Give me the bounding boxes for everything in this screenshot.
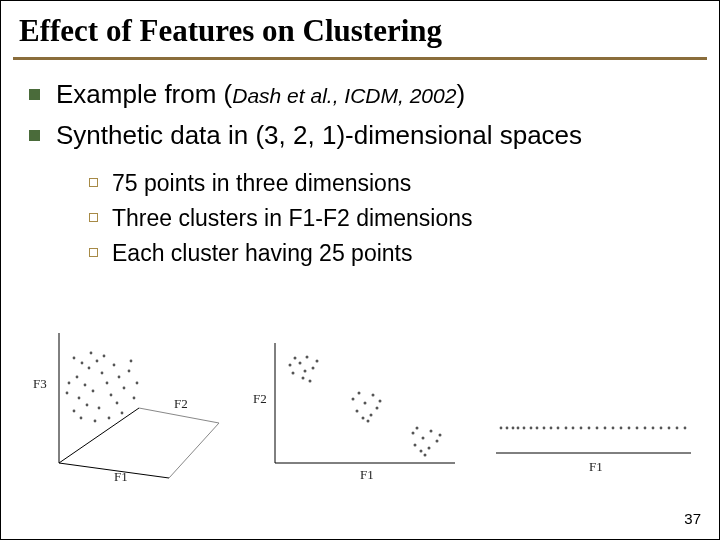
svg-point-22 bbox=[73, 357, 76, 360]
sub-bullet-item-2: Three clusters in F1-F2 dimensions bbox=[89, 204, 695, 233]
svg-point-43 bbox=[289, 364, 292, 367]
svg-point-7 bbox=[92, 390, 95, 393]
svg-point-31 bbox=[136, 382, 139, 385]
svg-point-24 bbox=[121, 412, 124, 415]
svg-point-52 bbox=[379, 400, 382, 403]
svg-point-88 bbox=[660, 427, 663, 430]
svg-point-87 bbox=[652, 427, 655, 430]
axis-label-f2: F2 bbox=[253, 391, 267, 406]
scatter-3d-svg: F3 F1 F2 bbox=[19, 313, 229, 483]
svg-point-40 bbox=[294, 357, 297, 360]
svg-point-57 bbox=[414, 444, 417, 447]
axis-label-f1: F1 bbox=[360, 467, 374, 482]
hollow-square-bullet-icon bbox=[89, 178, 98, 187]
bullet-1-post: ) bbox=[456, 79, 465, 109]
sub-bullet-text: 75 points in three dimensions bbox=[112, 169, 411, 198]
svg-point-58 bbox=[436, 440, 439, 443]
svg-point-17 bbox=[86, 404, 89, 407]
svg-point-82 bbox=[612, 427, 615, 430]
svg-point-56 bbox=[430, 430, 433, 433]
svg-point-50 bbox=[352, 398, 355, 401]
bullet-item-2: Synthetic data in (3, 2, 1)-dimensional … bbox=[29, 119, 695, 152]
axis-label-f2: F2 bbox=[174, 396, 188, 411]
svg-point-47 bbox=[356, 410, 359, 413]
svg-line-2 bbox=[59, 408, 139, 463]
svg-point-14 bbox=[90, 352, 93, 355]
svg-point-5 bbox=[101, 372, 104, 375]
svg-point-84 bbox=[628, 427, 631, 430]
svg-point-11 bbox=[110, 394, 113, 397]
svg-point-18 bbox=[98, 407, 101, 410]
axis-label-f3: F3 bbox=[33, 376, 47, 391]
svg-point-39 bbox=[302, 377, 305, 380]
svg-point-80 bbox=[596, 427, 599, 430]
figure-2d-scatter: F2 F1 bbox=[245, 323, 465, 483]
svg-point-53 bbox=[358, 392, 361, 395]
svg-point-59 bbox=[420, 450, 423, 453]
svg-point-83 bbox=[620, 427, 623, 430]
svg-point-75 bbox=[557, 427, 560, 430]
svg-point-10 bbox=[118, 376, 121, 379]
bullet-text: Example from (Dash et al., ICDM, 2002) bbox=[56, 78, 465, 111]
figure-row: F3 F1 F2 bbox=[19, 303, 701, 483]
svg-point-30 bbox=[133, 397, 136, 400]
svg-point-64 bbox=[424, 454, 427, 457]
svg-point-49 bbox=[362, 417, 365, 420]
point-cloud bbox=[66, 352, 139, 423]
svg-point-48 bbox=[376, 407, 379, 410]
svg-point-76 bbox=[565, 427, 568, 430]
square-bullet-icon bbox=[29, 89, 40, 100]
scatter-1d-svg: F1 bbox=[481, 373, 701, 483]
page-title: Effect of Features on Clustering bbox=[1, 1, 719, 57]
svg-point-12 bbox=[76, 376, 79, 379]
svg-point-72 bbox=[536, 427, 539, 430]
svg-point-70 bbox=[523, 427, 526, 430]
bullet-1-pre: Example from ( bbox=[56, 79, 232, 109]
svg-point-69 bbox=[517, 427, 520, 430]
svg-point-51 bbox=[370, 414, 373, 417]
sub-bullet-text: Three clusters in F1-F2 dimensions bbox=[112, 204, 472, 233]
svg-point-35 bbox=[299, 362, 302, 365]
svg-point-77 bbox=[572, 427, 575, 430]
svg-point-85 bbox=[636, 427, 639, 430]
svg-point-71 bbox=[530, 427, 533, 430]
sub-bullet-list: 75 points in three dimensions Three clus… bbox=[29, 159, 695, 267]
svg-point-19 bbox=[116, 402, 119, 405]
point-cloud bbox=[289, 356, 442, 457]
svg-point-44 bbox=[304, 370, 307, 373]
svg-point-67 bbox=[506, 427, 509, 430]
svg-point-37 bbox=[292, 372, 295, 375]
svg-point-78 bbox=[580, 427, 583, 430]
svg-point-74 bbox=[550, 427, 553, 430]
svg-point-55 bbox=[422, 437, 425, 440]
hollow-square-bullet-icon bbox=[89, 213, 98, 222]
page-number: 37 bbox=[684, 510, 701, 527]
svg-point-61 bbox=[428, 447, 431, 450]
svg-point-6 bbox=[84, 384, 87, 387]
svg-point-73 bbox=[543, 427, 546, 430]
svg-point-66 bbox=[500, 427, 503, 430]
svg-point-63 bbox=[416, 427, 419, 430]
svg-point-60 bbox=[412, 432, 415, 435]
svg-point-62 bbox=[439, 434, 442, 437]
svg-point-28 bbox=[73, 410, 76, 413]
svg-point-3 bbox=[88, 367, 91, 370]
svg-point-89 bbox=[668, 427, 671, 430]
slide: Effect of Features on Clustering Example… bbox=[0, 0, 720, 540]
bullet-item-1: Example from (Dash et al., ICDM, 2002) bbox=[29, 78, 695, 111]
axis-label-f1: F1 bbox=[589, 459, 603, 474]
sub-bullet-item-1: 75 points in three dimensions bbox=[89, 169, 695, 198]
svg-point-90 bbox=[676, 427, 679, 430]
slide-body: Example from (Dash et al., ICDM, 2002) S… bbox=[1, 60, 719, 267]
svg-point-16 bbox=[78, 397, 81, 400]
svg-point-91 bbox=[684, 427, 687, 430]
bullet-1-citation: Dash et al., ICDM, 2002 bbox=[232, 84, 456, 107]
svg-point-27 bbox=[80, 417, 83, 420]
svg-point-32 bbox=[130, 360, 133, 363]
svg-point-45 bbox=[364, 402, 367, 405]
bullet-text: Synthetic data in (3, 2, 1)-dimensional … bbox=[56, 119, 582, 152]
svg-point-25 bbox=[108, 417, 111, 420]
svg-point-4 bbox=[96, 360, 99, 363]
svg-point-36 bbox=[306, 356, 309, 359]
svg-point-26 bbox=[94, 420, 97, 423]
